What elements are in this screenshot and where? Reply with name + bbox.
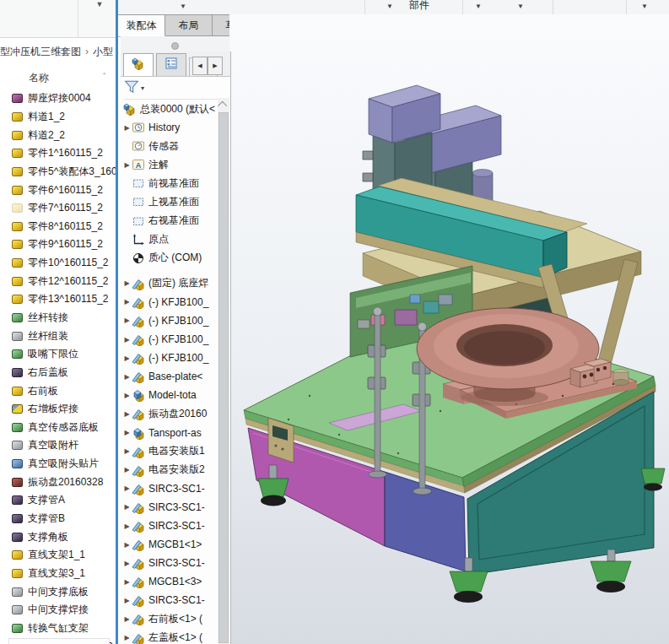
expand-arrow-icon[interactable]: ▶ <box>121 161 132 169</box>
filter-funnel-icon[interactable] <box>124 79 139 98</box>
chevron-down-icon[interactable]: ▼ <box>641 3 648 10</box>
list-item[interactable]: 真空吸附头贴片 <box>0 455 116 474</box>
list-item[interactable]: 料道2_2 <box>0 126 116 144</box>
list-item[interactable]: 振动盘20160328 <box>0 473 116 491</box>
list-item[interactable]: 零件9^160115_2 <box>0 235 116 254</box>
feature-tree-item[interactable]: ▶ (-) KFJB100_ <box>121 330 219 349</box>
feature-tree-item[interactable]: ▶ SIRC3-SC1- <box>121 554 219 572</box>
feature-tree-item[interactable]: ▶ 原点 <box>121 230 219 249</box>
feature-tree-item[interactable]: ▶ SIRC3-SC1- <box>121 479 219 498</box>
list-item[interactable]: 零件12^160115_2 <box>0 272 116 290</box>
list-item[interactable]: 右增板焊接 <box>0 400 116 419</box>
list-item[interactable]: 右后盖板 <box>0 364 116 382</box>
list-item[interactable]: 支撑角板 <box>0 528 116 546</box>
feature-tree-item[interactable]: ▶ 右前板<1> ( <box>121 609 219 628</box>
featuremanager-tree-tab[interactable] <box>123 53 154 76</box>
command-tab[interactable]: 布局 <box>165 14 213 36</box>
panel-splitter-handle[interactable] <box>171 42 179 50</box>
feature-tree-item[interactable]: ▶ 上视基准面 <box>121 192 219 211</box>
command-tab[interactable]: 装配体 <box>118 14 165 36</box>
breadcrumb-path[interactable]: 型冲压机三维套图 <box>0 46 81 57</box>
list-item[interactable]: 零件1^160115_2 <box>0 144 116 163</box>
list-item[interactable]: 零件13^160115_2 <box>0 290 116 309</box>
expand-arrow-icon[interactable]: ▶ <box>121 503 132 511</box>
panel-scroll-right-button[interactable]: ▶ <box>208 57 223 75</box>
expand-arrow-icon[interactable]: ▶ <box>121 124 132 132</box>
tree-filter[interactable]: ▾ <box>124 78 227 100</box>
tree-scrollbar[interactable] <box>218 98 229 644</box>
breadcrumb[interactable]: 型冲压机三维套图›小型 <box>0 39 116 64</box>
feature-tree-root[interactable]: 总装0000 (默认< <box>121 100 219 118</box>
list-item[interactable]: 直线支架1_1 <box>0 546 116 565</box>
feature-tree-item[interactable]: ▶ 右视基准面 <box>121 211 219 230</box>
feature-tree-item[interactable]: ▶ SIRC3-SC1- <box>121 517 219 535</box>
feature-tree-item[interactable]: ▶ Tansport-as <box>121 424 219 442</box>
list-item[interactable]: 支撑管A <box>0 491 116 510</box>
chevron-down-icon[interactable]: ▼ <box>93 0 106 12</box>
feature-tree-item[interactable]: ▶ 传感器 <box>121 137 219 155</box>
feature-tree-item[interactable]: ▶ 质心 (COM) <box>121 249 219 268</box>
cad-viewport[interactable] <box>229 14 669 644</box>
list-item[interactable]: 吸嘴下限位 <box>0 345 116 364</box>
feature-tree-item[interactable]: ▶ SIRC3-SC1- <box>121 498 219 517</box>
expand-arrow-icon[interactable]: ▶ <box>121 597 132 604</box>
expand-arrow-icon[interactable]: ▶ <box>121 541 132 549</box>
expand-arrow-icon[interactable]: ▶ <box>121 578 132 586</box>
list-item[interactable]: 脚座焊接0004 <box>0 89 116 108</box>
expand-arrow-icon[interactable]: ▶ <box>121 392 132 399</box>
list-item[interactable]: 真空传感器底板 <box>0 419 116 437</box>
feature-tree-item[interactable]: ▶ MGCB1<3> <box>121 572 219 591</box>
chevron-down-icon[interactable]: ▼ <box>180 3 186 10</box>
expand-arrow-icon[interactable]: ▶ <box>121 634 132 641</box>
feature-tree-item[interactable]: ▶ (-) KFJB100_ <box>121 293 219 311</box>
feature-tree-item[interactable]: ▶ 电器安装版1 <box>121 442 219 461</box>
feature-tree-item[interactable]: ▶ (固定) 底座焊 <box>121 274 219 293</box>
feature-tree-item[interactable]: ▶ Base-plate< <box>121 367 219 386</box>
expand-arrow-icon[interactable]: ▶ <box>121 410 132 418</box>
chevron-down-icon[interactable]: ▼ <box>475 3 482 10</box>
sort-ascending-icon[interactable]: ˆ <box>103 73 105 82</box>
list-item[interactable]: 零件5^装配体3_160 <box>0 163 116 181</box>
feature-tree-item[interactable]: ▶ MGCB1<1> <box>121 535 219 554</box>
expand-arrow-icon[interactable]: ▶ <box>121 429 132 436</box>
list-item[interactable]: 支撑管B <box>0 510 116 528</box>
list-item[interactable]: 零件6^160115_2 <box>0 181 116 199</box>
feature-tree-item[interactable]: ▶ Model-tota <box>121 386 219 404</box>
chevron-down-icon[interactable]: ▾ <box>141 84 144 92</box>
list-item[interactable]: 中间支撑底板 <box>0 582 116 601</box>
feature-tree-item[interactable]: ▶ 振动盘20160 <box>121 404 219 423</box>
list-item[interactable]: 零件10^160115_2 <box>0 254 116 273</box>
panel-scroll-left-button[interactable]: ◀ <box>192 57 208 75</box>
chevron-down-icon[interactable]: ▼ <box>386 3 393 10</box>
list-item[interactable]: 中间支撑焊接 <box>0 601 116 620</box>
expand-arrow-icon[interactable]: ▶ <box>121 354 132 362</box>
expand-arrow-icon[interactable]: ▶ <box>121 336 132 344</box>
expand-arrow-icon[interactable]: ▶ <box>121 279 132 287</box>
chevron-down-icon[interactable]: ▼ <box>517 3 524 10</box>
feature-tree-item[interactable]: ▶ History <box>121 118 219 137</box>
expand-arrow-icon[interactable]: ▶ <box>121 560 132 567</box>
list-item[interactable]: 转换气缸支架 <box>0 620 116 638</box>
scroll-up-button[interactable] <box>218 98 229 111</box>
feature-tree-item[interactable]: ▶ (-) KFJB100_ <box>121 311 219 330</box>
list-item[interactable]: 真空吸附杆 <box>0 436 116 455</box>
feature-tree-item[interactable]: ▶ SIRC3-SC1- <box>121 591 219 609</box>
expand-arrow-icon[interactable]: ▶ <box>121 522 132 530</box>
feature-tree-item[interactable]: ▶ 前视基准面 <box>121 174 219 192</box>
feature-tree-item[interactable]: ▶ 电器安装版2 <box>121 461 219 479</box>
list-item[interactable]: 丝杆组装 <box>0 327 116 345</box>
expand-arrow-icon[interactable]: ▶ <box>121 317 132 324</box>
list-item[interactable]: 右前板 <box>0 382 116 400</box>
breadcrumb-current[interactable]: 小型 <box>93 46 113 57</box>
feature-tree-item[interactable]: ▶ 左盖板<1> ( <box>121 629 219 644</box>
feature-tree-item[interactable]: ▶ A 注解 <box>121 155 219 174</box>
list-item[interactable]: 丝杆转接 <box>0 309 116 327</box>
list-item[interactable]: 直线支架3_1 <box>0 565 116 583</box>
column-header-name[interactable]: 名称 <box>29 71 49 85</box>
display-pane-tab[interactable] <box>156 53 186 76</box>
expand-arrow-icon[interactable]: ▶ <box>121 373 132 381</box>
scrollbar-thumb[interactable] <box>219 112 229 643</box>
list-item[interactable]: 零件8^160115_2 <box>0 217 116 235</box>
list-item[interactable]: 料道1_2 <box>0 108 116 127</box>
expand-arrow-icon[interactable]: ▶ <box>121 298 132 306</box>
